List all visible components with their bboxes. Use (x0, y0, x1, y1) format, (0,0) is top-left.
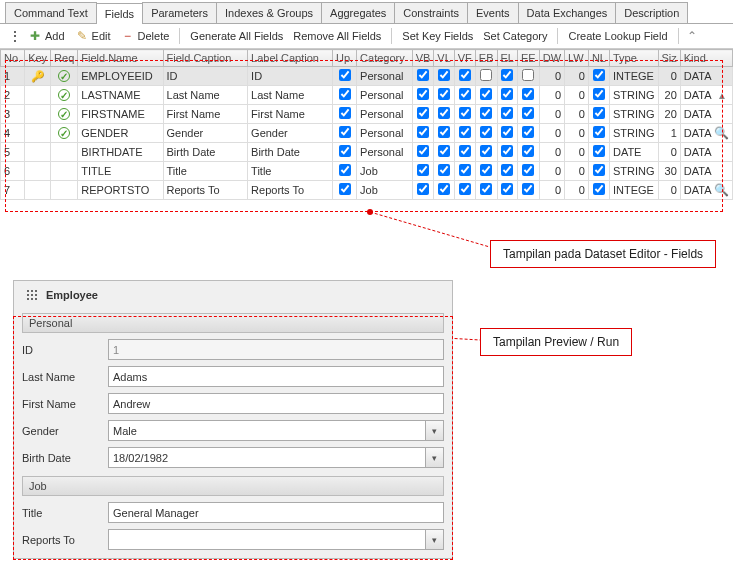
tab-fields[interactable]: Fields (96, 3, 143, 24)
checkbox[interactable] (501, 145, 513, 157)
input-birthdate[interactable]: 18/02/1982 (108, 447, 426, 468)
delete-button[interactable]: −Delete (117, 27, 174, 45)
checkbox[interactable] (438, 107, 450, 119)
checkbox[interactable] (593, 183, 605, 195)
checkbox[interactable] (501, 164, 513, 176)
combo-birthdate[interactable]: 18/02/1982 ▾ (108, 447, 444, 468)
column-header[interactable]: VF (454, 50, 475, 67)
column-header[interactable]: Field Name (78, 50, 163, 67)
checkbox[interactable] (459, 69, 471, 81)
column-header[interactable]: EE (518, 50, 540, 67)
table-row[interactable]: 6TITLETitleTitleJob00STRING30DATA (1, 162, 733, 181)
table-row[interactable]: 5BIRTHDATEBirth DateBirth DatePersonal00… (1, 143, 733, 162)
checkbox[interactable] (417, 107, 429, 119)
input-reportsto[interactable] (108, 529, 426, 550)
checkbox[interactable] (438, 88, 450, 100)
column-header[interactable]: Siz (658, 50, 680, 67)
checkbox[interactable] (417, 88, 429, 100)
scroll-up-icon[interactable]: ▲ (717, 90, 727, 101)
chevron-down-icon[interactable]: ▾ (426, 447, 444, 468)
checkbox[interactable] (480, 145, 492, 157)
checkbox[interactable] (480, 126, 492, 138)
edit-button[interactable]: ✎Edit (71, 27, 115, 45)
checkbox[interactable] (522, 164, 534, 176)
checkbox[interactable] (339, 69, 351, 81)
tab-data-exchanges[interactable]: Data Exchanges (518, 2, 617, 23)
create-lookup-button[interactable]: Create Lookup Field (564, 28, 671, 44)
checkbox[interactable] (522, 126, 534, 138)
checkbox[interactable] (501, 126, 513, 138)
checkbox[interactable] (459, 145, 471, 157)
column-header[interactable]: EL (497, 50, 517, 67)
checkbox[interactable] (339, 107, 351, 119)
checkbox[interactable] (593, 164, 605, 176)
table-row[interactable]: 1🔑✓EMPLOYEEIDIDIDPersonal00INTEGE0DATA (1, 67, 733, 86)
table-row[interactable]: 7REPORTSTOReports ToReports ToJob00INTEG… (1, 181, 733, 200)
checkbox[interactable] (480, 88, 492, 100)
lookup-icon[interactable]: 🔍 (714, 126, 729, 140)
checkbox[interactable] (417, 164, 429, 176)
checkbox[interactable] (417, 126, 429, 138)
checkbox[interactable] (480, 164, 492, 176)
checkbox[interactable] (593, 126, 605, 138)
column-header[interactable]: No. (1, 50, 25, 67)
column-header[interactable]: VL (434, 50, 454, 67)
fields-grid[interactable]: No.KeyReqField NameField CaptionLabel Ca… (0, 49, 733, 200)
checkbox[interactable] (417, 183, 429, 195)
set-key-button[interactable]: Set Key Fields (398, 28, 477, 44)
checkbox[interactable] (459, 107, 471, 119)
column-header[interactable]: NL (588, 50, 609, 67)
combo-gender[interactable]: Male ▾ (108, 420, 444, 441)
checkbox[interactable] (522, 183, 534, 195)
checkbox[interactable] (438, 126, 450, 138)
checkbox[interactable] (501, 88, 513, 100)
checkbox[interactable] (339, 164, 351, 176)
checkbox[interactable] (459, 126, 471, 138)
checkbox[interactable] (522, 69, 534, 81)
tab-parameters[interactable]: Parameters (142, 2, 217, 23)
checkbox[interactable] (417, 69, 429, 81)
checkbox[interactable] (459, 164, 471, 176)
combo-reportsto[interactable]: ▾ (108, 529, 444, 550)
checkbox[interactable] (593, 145, 605, 157)
checkbox[interactable] (339, 145, 351, 157)
tab-constraints[interactable]: Constraints (394, 2, 468, 23)
generate-all-button[interactable]: Generate All Fields (186, 28, 287, 44)
chevron-down-icon[interactable]: ▾ (426, 529, 444, 550)
checkbox[interactable] (438, 69, 450, 81)
column-header[interactable]: LW (565, 50, 589, 67)
input-title[interactable]: General Manager (108, 502, 444, 523)
checkbox[interactable] (501, 107, 513, 119)
tab-aggregates[interactable]: Aggregates (321, 2, 395, 23)
column-header[interactable]: Up. (332, 50, 356, 67)
table-row[interactable]: 4✓GENDERGenderGenderPersonal00STRING1DAT… (1, 124, 733, 143)
remove-all-button[interactable]: Remove All Fields (289, 28, 385, 44)
checkbox[interactable] (593, 88, 605, 100)
table-row[interactable]: 2✓LASTNAMELast NameLast NamePersonal00ST… (1, 86, 733, 105)
checkbox[interactable] (339, 88, 351, 100)
checkbox[interactable] (438, 164, 450, 176)
checkbox[interactable] (459, 88, 471, 100)
tab-indexes-groups[interactable]: Indexes & Groups (216, 2, 322, 23)
input-lastname[interactable]: Adams (108, 366, 444, 387)
checkbox[interactable] (417, 145, 429, 157)
input-gender[interactable]: Male (108, 420, 426, 441)
set-category-button[interactable]: Set Category (479, 28, 551, 44)
checkbox[interactable] (438, 183, 450, 195)
chevron-down-icon[interactable]: ▾ (426, 420, 444, 441)
checkbox[interactable] (480, 107, 492, 119)
column-header[interactable]: DW (539, 50, 564, 67)
column-header[interactable]: VB (412, 50, 434, 67)
tab-events[interactable]: Events (467, 2, 519, 23)
input-firstname[interactable]: Andrew (108, 393, 444, 414)
column-header[interactable]: Key (25, 50, 51, 67)
column-header[interactable]: Req (51, 50, 78, 67)
column-header[interactable]: Type (609, 50, 658, 67)
checkbox[interactable] (522, 88, 534, 100)
table-row[interactable]: 3✓FIRSTNAMEFirst NameFirst NamePersonal0… (1, 105, 733, 124)
checkbox[interactable] (480, 183, 492, 195)
column-header[interactable]: Field Caption (163, 50, 248, 67)
tab-command-text[interactable]: Command Text (5, 2, 97, 23)
column-header[interactable]: Kind (680, 50, 732, 67)
checkbox[interactable] (339, 126, 351, 138)
